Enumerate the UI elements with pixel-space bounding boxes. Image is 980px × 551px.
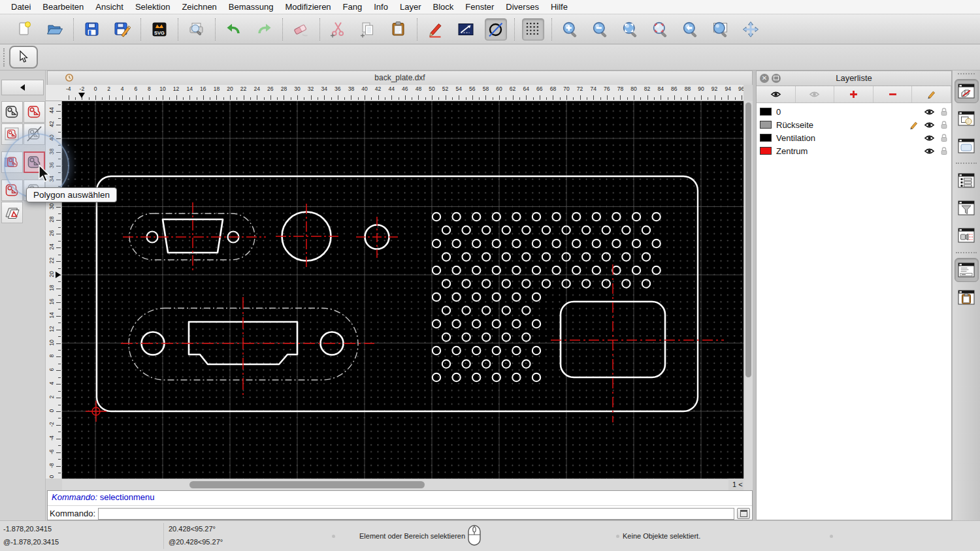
select-layer-tool[interactable] [1, 202, 23, 223]
layer-visibility-icon[interactable] [923, 133, 936, 143]
toolbar-drag-handle[interactable] [3, 48, 7, 67]
ventilation-hole[interactable] [442, 360, 450, 368]
zoom-window-button[interactable] [710, 18, 732, 40]
layer-name[interactable]: 0 [776, 107, 919, 117]
menu-datei[interactable]: Datei [5, 0, 37, 14]
ventilation-hole[interactable] [652, 240, 660, 247]
ventilation-hole[interactable] [512, 373, 520, 381]
select-intersected-tool[interactable] [1, 151, 23, 173]
ventilation-hole[interactable] [572, 240, 580, 247]
layer-row[interactable]: 0 [757, 105, 951, 118]
ventilation-hole[interactable] [642, 226, 650, 234]
horizontal-scrollbar[interactable] [62, 479, 728, 490]
ventilation-hole[interactable] [502, 253, 510, 260]
ventilation-hole[interactable] [572, 213, 580, 221]
select-contour-tool[interactable] [1, 180, 23, 201]
vertical-scrollbar[interactable] [743, 101, 753, 479]
ventilation-hole[interactable] [482, 333, 490, 341]
ventilation-hole[interactable] [452, 373, 460, 381]
layer-name[interactable]: Rückseite [776, 120, 904, 130]
ventilation-hole[interactable] [433, 293, 440, 301]
vertical-scroll-thumb[interactable] [745, 102, 751, 377]
ventilation-hole[interactable] [602, 253, 610, 260]
close-icon[interactable]: ✕ [760, 74, 769, 83]
ventilation-hole[interactable] [512, 213, 520, 221]
zoom-out-button[interactable] [589, 18, 612, 40]
layer-color-swatch[interactable] [760, 147, 772, 155]
ventilation-hole[interactable] [512, 266, 520, 274]
redo-button[interactable] [253, 18, 275, 40]
ventilation-hole[interactable] [442, 333, 450, 341]
layer-row[interactable]: Ventilation [757, 131, 951, 144]
ventilation-hole[interactable] [482, 226, 490, 234]
ventilation-hole[interactable] [622, 226, 630, 234]
command-options-button[interactable] [737, 508, 750, 519]
ventilation-hole[interactable] [593, 213, 600, 221]
layer-name[interactable]: Zentrum [776, 146, 919, 156]
dock-drag-handle[interactable] [958, 73, 975, 76]
ventilation-hole[interactable] [462, 253, 470, 260]
ventilation-hole[interactable] [472, 373, 480, 381]
layer-name[interactable]: Ventilation [776, 133, 919, 143]
vga-cutout[interactable] [123, 202, 266, 272]
view-list-panel-button[interactable] [955, 168, 979, 193]
menu-layer[interactable]: Layer [394, 0, 427, 14]
selection-arrow-tool-button[interactable] [9, 46, 38, 69]
command-input[interactable] [98, 508, 734, 520]
ventilation-hole[interactable] [462, 333, 470, 341]
remove-layer-button[interactable] [874, 86, 913, 102]
ventilation-hole[interactable] [482, 360, 490, 368]
inspection-tool-panel-button[interactable] [955, 223, 979, 247]
ventilation-hole[interactable] [542, 253, 550, 260]
layer-visibility-icon[interactable] [923, 120, 936, 130]
ventilation-hole[interactable] [522, 226, 530, 234]
menu-fang[interactable]: Fang [337, 0, 368, 14]
ventilation-hole[interactable] [433, 373, 440, 381]
ventilation-hole[interactable] [482, 306, 490, 314]
ventilation-hole[interactable] [552, 240, 560, 247]
ventilation-hole[interactable] [462, 360, 470, 368]
back-button[interactable] [1, 80, 44, 95]
ventilation-hole[interactable] [582, 226, 590, 234]
save-button[interactable] [81, 18, 103, 40]
menu-hilfe[interactable]: Hilfe [545, 0, 574, 14]
ventilation-hole[interactable] [462, 279, 470, 287]
layer-lock-icon[interactable] [940, 133, 948, 142]
ventilation-hole[interactable] [532, 213, 540, 221]
ventilation-hole[interactable] [472, 293, 480, 301]
ventilation-hole[interactable] [552, 213, 560, 221]
layer-lock-icon[interactable] [940, 107, 948, 116]
layer-lock-icon[interactable] [940, 146, 948, 155]
measure-distance-button[interactable] [455, 18, 477, 40]
layer-visibility-icon[interactable] [923, 107, 936, 117]
ventilation-hole[interactable] [472, 347, 480, 354]
ventilation-hole[interactable] [512, 320, 520, 328]
ventilation-hole[interactable] [442, 279, 450, 287]
ventilation-hole[interactable] [442, 306, 450, 314]
ventilation-hole[interactable] [452, 266, 460, 274]
ventilation-hole[interactable] [602, 279, 610, 287]
delete-button[interactable] [290, 18, 312, 40]
show-all-layers-button[interactable] [757, 86, 796, 102]
ventilation-hole[interactable] [532, 293, 540, 301]
ventilation-hole[interactable] [522, 306, 530, 314]
menu-ansicht[interactable]: Ansicht [90, 0, 129, 14]
ventilation-hole[interactable] [532, 347, 540, 354]
ventilation-hole[interactable] [522, 333, 530, 341]
print-preview-button[interactable] [186, 18, 208, 40]
clipboard-panel-panel-button[interactable] [955, 285, 979, 309]
ventilation-hole[interactable] [612, 213, 620, 221]
ventilation-hole[interactable] [542, 226, 550, 234]
ventilation-hole[interactable] [602, 226, 610, 234]
deselect-all-tool[interactable] [24, 101, 45, 123]
ventilation-hole[interactable] [502, 226, 510, 234]
grid-toggle-button[interactable] [522, 18, 544, 40]
small-round-hole[interactable] [356, 217, 398, 258]
ventilation-hole[interactable] [522, 279, 530, 287]
ventilation-hole-pattern[interactable] [433, 213, 661, 381]
ventilation-hole[interactable] [582, 279, 590, 287]
ventilation-hole[interactable] [652, 266, 660, 274]
zoom-in-button[interactable] [559, 18, 581, 40]
ventilation-hole[interactable] [593, 240, 600, 247]
ventilation-hole[interactable] [532, 373, 540, 381]
